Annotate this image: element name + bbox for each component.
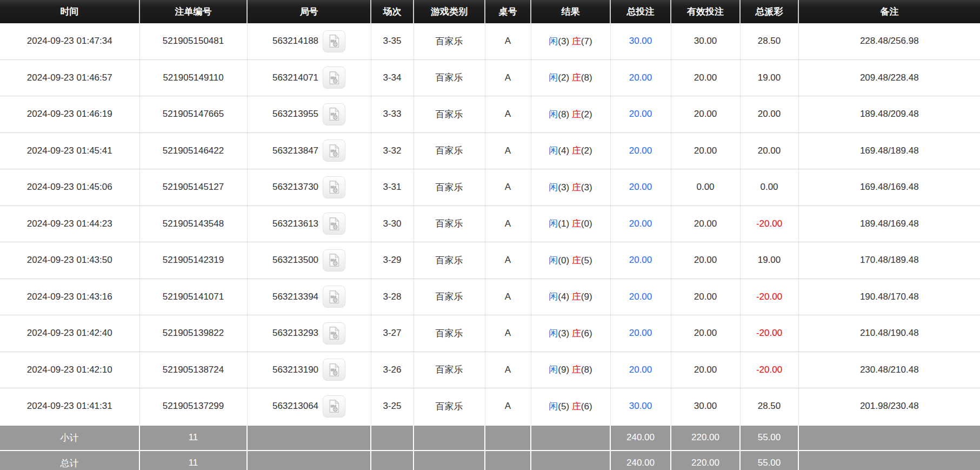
footer-empty-game [414, 425, 485, 451]
banker-result-label: 庄 [572, 182, 581, 193]
video-replay-button[interactable] [323, 322, 345, 345]
cell-session: 3-28 [371, 279, 414, 315]
column-header-result: 结果 [531, 0, 610, 23]
cell-game-type: 百家乐 [414, 23, 485, 59]
video-replay-button[interactable] [323, 103, 345, 125]
cell-game-type: 百家乐 [414, 352, 485, 388]
video-replay-button[interactable] [323, 30, 345, 52]
cell-payout: 19.00 [740, 242, 798, 279]
video-file-icon [327, 363, 341, 377]
column-header-session: 场次 [371, 0, 414, 23]
cell-bet-id: 521905142319 [139, 242, 247, 279]
cell-session: 3-29 [371, 242, 414, 279]
table-footer: 小计11240.00220.0055.00总计11240.00220.0055.… [0, 425, 980, 470]
footer-total-bet: 240.00 [610, 451, 671, 470]
video-replay-button[interactable] [323, 249, 345, 272]
cell-time: 2024-09-23 01:46:19 [0, 96, 139, 133]
cell-session: 3-32 [371, 133, 414, 169]
cell-remark: 189.48/209.48 [798, 96, 980, 133]
column-header-bet_id: 注单编号 [139, 0, 247, 23]
column-header-remark: 备注 [798, 0, 980, 23]
cell-game-type: 百家乐 [414, 242, 485, 279]
table-row: 2024-09-23 01:42:40521905139822563213293… [0, 315, 980, 352]
cell-payout: -20.00 [740, 352, 798, 388]
player-result-label: 闲 [549, 36, 558, 47]
video-replay-button[interactable] [323, 67, 345, 89]
video-file-icon [327, 326, 341, 340]
footer-empty-remark [798, 451, 980, 470]
footer-empty-remark [798, 425, 980, 451]
video-replay-button[interactable] [323, 395, 345, 418]
banker-result-label: 庄 [572, 365, 581, 375]
cell-bet-id: 521905137299 [139, 388, 247, 425]
player-result-score: (0) [558, 255, 569, 266]
cell-table-no: A [485, 206, 531, 242]
video-replay-button[interactable] [323, 286, 345, 308]
table-row: 2024-09-23 01:45:06521905145127563213730… [0, 169, 980, 206]
cell-result: 闲(0) 庄(5) [531, 242, 610, 279]
cell-result: 闲(3) 庄(3) [531, 169, 610, 206]
cell-valid-bet: 0.00 [671, 169, 740, 206]
video-file-icon [327, 290, 341, 304]
betting-records-table: 时间注单编号局号场次游戏类别桌号结果总投注有效投注总派彩备注 2024-09-2… [0, 0, 980, 470]
player-result-label: 闲 [549, 255, 558, 266]
cell-total-bet: 20.00 [610, 133, 671, 169]
footer-label: 小计 [0, 425, 139, 451]
cell-payout: 28.50 [740, 388, 798, 425]
cell-result: 闲(2) 庄(8) [531, 59, 610, 96]
player-result-label: 闲 [549, 401, 558, 412]
banker-result-score: (8) [581, 365, 592, 375]
cell-round-id: 563213190 [247, 352, 371, 388]
footer-empty-table [485, 425, 531, 451]
player-result-label: 闲 [549, 219, 558, 229]
banker-result-score: (0) [581, 219, 592, 229]
video-replay-button[interactable] [323, 140, 345, 162]
video-replay-button[interactable] [323, 359, 345, 381]
cell-valid-bet: 20.00 [671, 242, 740, 279]
video-file-icon [327, 253, 341, 267]
cell-payout: -20.00 [740, 315, 798, 352]
cell-table-no: A [485, 169, 531, 206]
video-replay-button[interactable] [323, 176, 345, 198]
cell-bet-id: 521905143548 [139, 206, 247, 242]
cell-remark: 228.48/256.98 [798, 23, 980, 59]
cell-time: 2024-09-23 01:45:41 [0, 133, 139, 169]
video-replay-button[interactable] [323, 213, 345, 235]
cell-round-id: 563213500 [247, 242, 371, 279]
footer-label: 总计 [0, 451, 139, 470]
cell-valid-bet: 20.00 [671, 133, 740, 169]
cell-game-type: 百家乐 [414, 315, 485, 352]
column-header-game_type: 游戏类别 [414, 0, 485, 23]
cell-remark: 189.48/169.48 [798, 206, 980, 242]
cell-result: 闲(4) 庄(2) [531, 133, 610, 169]
header-row: 时间注单编号局号场次游戏类别桌号结果总投注有效投注总派彩备注 [0, 0, 980, 23]
footer-count: 11 [139, 425, 247, 451]
cell-valid-bet: 30.00 [671, 23, 740, 59]
video-file-icon [327, 144, 341, 158]
cell-round-id: 563213064 [247, 388, 371, 425]
player-result-score: (4) [558, 292, 569, 302]
cell-bet-id: 521905138724 [139, 352, 247, 388]
cell-table-no: A [485, 59, 531, 96]
cell-time: 2024-09-23 01:43:50 [0, 242, 139, 279]
cell-valid-bet: 20.00 [671, 352, 740, 388]
cell-result: 闲(5) 庄(6) [531, 388, 610, 425]
banker-result-score: (5) [581, 255, 592, 266]
table-body: 2024-09-23 01:47:34521905150481563214188… [0, 23, 980, 425]
player-result-label: 闲 [549, 328, 558, 339]
round-number: 563213847 [272, 145, 318, 156]
cell-result: 闲(3) 庄(6) [531, 315, 610, 352]
table-row: 2024-09-23 01:42:10521905138724563213190… [0, 352, 980, 388]
player-result-label: 闲 [549, 182, 558, 193]
banker-result-score: (3) [581, 182, 592, 193]
betting-records-page: 时间注单编号局号场次游戏类别桌号结果总投注有效投注总派彩备注 2024-09-2… [0, 0, 980, 470]
cell-session: 3-34 [371, 59, 414, 96]
cell-remark: 190.48/170.48 [798, 279, 980, 315]
cell-total-bet: 20.00 [610, 242, 671, 279]
cell-round-id: 563213847 [247, 133, 371, 169]
table-row: 2024-09-23 01:44:23521905143548563213613… [0, 206, 980, 242]
footer-empty-result [531, 451, 610, 470]
cell-game-type: 百家乐 [414, 279, 485, 315]
table-row: 2024-09-23 01:46:57521905149110563214071… [0, 59, 980, 96]
cell-payout: 19.00 [740, 59, 798, 96]
